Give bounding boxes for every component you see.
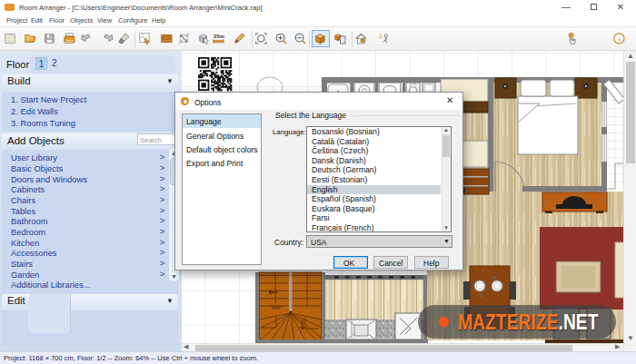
- svg-text:35m: 35m: [214, 34, 224, 39]
